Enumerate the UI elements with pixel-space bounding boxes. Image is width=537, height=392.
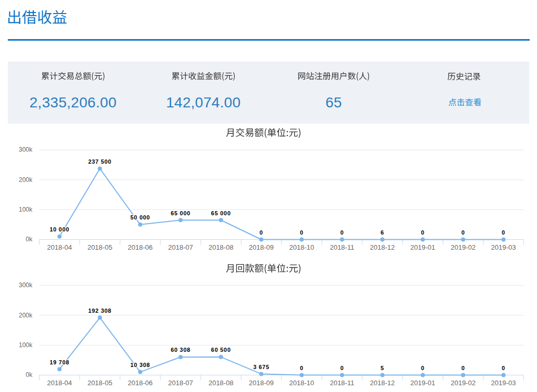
svg-text:2019-03: 2019-03 xyxy=(491,379,516,387)
svg-text:0: 0 xyxy=(421,229,424,236)
svg-text:0: 0 xyxy=(300,365,303,371)
svg-text:60 308: 60 308 xyxy=(170,347,190,353)
svg-text:0: 0 xyxy=(260,229,263,236)
svg-text:0: 0 xyxy=(461,365,465,371)
svg-text:2019-02: 2019-02 xyxy=(450,379,475,387)
svg-text:300k: 300k xyxy=(19,146,33,153)
svg-text:0: 0 xyxy=(340,229,344,236)
svg-text:142,074.00: 142,074.00 xyxy=(166,94,240,111)
svg-text:2018-05: 2018-05 xyxy=(88,243,113,251)
svg-text:50 000: 50 000 xyxy=(130,214,150,220)
svg-text:0: 0 xyxy=(421,365,424,371)
svg-text:3 675: 3 675 xyxy=(253,364,270,370)
svg-text:2018-10: 2018-10 xyxy=(289,379,314,387)
svg-text:237 500: 237 500 xyxy=(88,158,112,165)
svg-text:2018-12: 2018-12 xyxy=(370,243,395,251)
svg-text:2018-11: 2018-11 xyxy=(330,379,355,387)
svg-text:19 708: 19 708 xyxy=(50,359,69,365)
svg-text:300k: 300k xyxy=(19,281,33,289)
svg-text:2018-07: 2018-07 xyxy=(168,243,193,251)
svg-text:5: 5 xyxy=(381,365,384,371)
svg-text:2,335,206.00: 2,335,206.00 xyxy=(29,94,116,111)
svg-text:0: 0 xyxy=(461,229,465,236)
svg-text:2018-05: 2018-05 xyxy=(88,379,113,387)
svg-text:192 308: 192 308 xyxy=(88,308,112,314)
svg-text:2018-09: 2018-09 xyxy=(249,379,274,387)
svg-text:2018-08: 2018-08 xyxy=(209,243,234,251)
svg-text:2018-07: 2018-07 xyxy=(168,379,193,387)
svg-text:65: 65 xyxy=(325,94,342,111)
svg-text:0: 0 xyxy=(502,229,505,236)
svg-text:65 000: 65 000 xyxy=(211,210,231,216)
svg-text:200k: 200k xyxy=(19,176,33,183)
svg-text:0: 0 xyxy=(502,365,505,371)
svg-text:10 000: 10 000 xyxy=(50,226,69,232)
svg-text:100k: 100k xyxy=(19,341,33,349)
svg-text:65 000: 65 000 xyxy=(170,210,190,216)
svg-text:2019-03: 2019-03 xyxy=(491,243,516,251)
svg-text:2018-04: 2018-04 xyxy=(47,243,72,251)
svg-text:0: 0 xyxy=(340,365,344,371)
svg-text:2018-10: 2018-10 xyxy=(289,243,314,251)
svg-text:10 308: 10 308 xyxy=(130,362,150,368)
svg-text:200k: 200k xyxy=(19,312,33,319)
svg-text:2018-11: 2018-11 xyxy=(330,243,355,251)
svg-text:0k: 0k xyxy=(26,371,33,378)
svg-text:6: 6 xyxy=(381,229,384,236)
svg-text:2018-04: 2018-04 xyxy=(47,379,72,387)
svg-text:60 500: 60 500 xyxy=(211,347,231,353)
svg-text:2018-06: 2018-06 xyxy=(128,379,153,387)
svg-text:2019-02: 2019-02 xyxy=(450,243,475,251)
svg-text:0k: 0k xyxy=(26,236,33,243)
svg-text:2018-08: 2018-08 xyxy=(209,379,234,387)
svg-text:2018-09: 2018-09 xyxy=(249,243,274,251)
svg-text:2018-06: 2018-06 xyxy=(128,243,153,251)
svg-text:2019-01: 2019-01 xyxy=(410,379,435,387)
svg-text:2018-12: 2018-12 xyxy=(370,379,395,387)
svg-text:2019-01: 2019-01 xyxy=(410,243,435,251)
svg-text:100k: 100k xyxy=(19,206,33,213)
svg-text:0: 0 xyxy=(300,229,303,236)
